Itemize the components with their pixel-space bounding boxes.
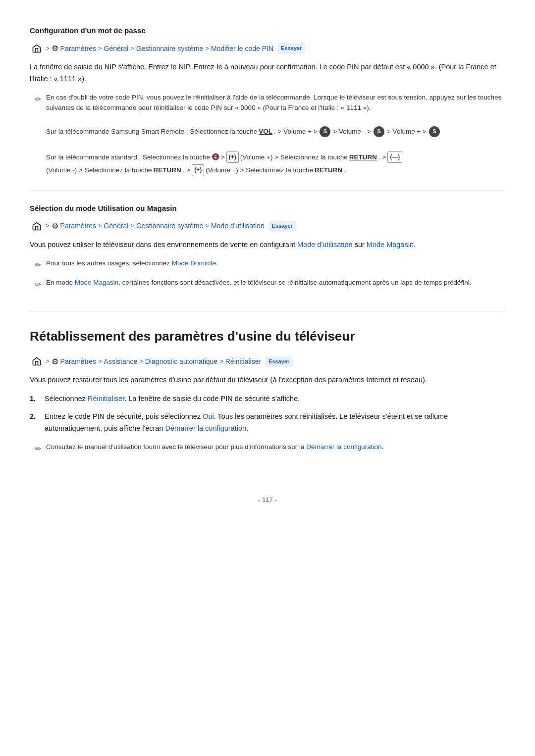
essayer-badge-mode[interactable]: Essayer [268,221,296,232]
note-text-mode-2: En mode Mode Magasin, certaines fonction… [46,277,472,288]
step-text-2: Entrez le code PIN de sécurité, puis sél… [45,411,505,435]
step-number-2: 2. [30,411,40,423]
breadcrumb-mode-item-3[interactable]: Gestionnaire système [136,220,203,231]
pencil-icon-reset: ✏ [35,443,41,455]
breadcrumb-separator-m2: > [130,221,134,231]
breadcrumb-mode-item-1[interactable]: Paramètres [60,220,96,231]
page-number: - 117 - [258,496,277,504]
link-demarrer-config-1[interactable]: Démarrer la configuration [165,424,247,432]
link-oui[interactable]: Oui [203,412,214,420]
breadcrumb-mode-item-4[interactable]: Mode d'utilisation [211,220,265,231]
breadcrumb-item-2[interactable]: Général [104,43,129,54]
section-config-pin: Configuration d'un mot de passe > ⚙ Para… [30,25,505,178]
breadcrumb-separator-1: > [98,44,102,54]
breadcrumb-reset-item-4[interactable]: Réinitialiser [225,356,261,367]
circle-icon-3: S [429,126,440,137]
section-title-mode: Sélection du mode Utilisation ou Magasin [30,202,505,214]
note-block-config: ✏ En cas d'oubli de votre code PIN, vous… [30,92,505,178]
breadcrumb-reset-item-2[interactable]: Assistance [104,356,138,367]
link-mode-utilisation[interactable]: Mode d'utilisation [297,241,353,249]
circle-icon-2: S [374,126,384,137]
return-key-2: RETURN [154,165,181,176]
return-key-1: RETURN [349,152,377,163]
big-section-title: Rétablissement des paramètres d'usine du… [30,311,505,347]
step-text-1: Sélectionnez Réinitialiser. La fenêtre d… [45,393,300,405]
breadcrumb-separator-m0: > [46,221,50,231]
breadcrumb-separator-3: > [205,44,209,54]
essayer-badge-config[interactable]: Essayer [277,43,305,54]
note-text-config: En cas d'oubli de votre code PIN, vous p… [46,92,505,178]
breadcrumb-item-4[interactable]: Modifier le code PIN [211,43,273,54]
home-icon-2 [30,219,44,233]
breadcrumb-mode-item-2[interactable]: Général [104,220,129,231]
breadcrumb-separator-2: > [130,44,134,54]
breadcrumb-item-3[interactable]: Gestionnaire système [136,43,203,54]
breadcrumb-separator-r1: > [98,356,102,367]
breadcrumb-separator-r3: > [219,356,223,367]
link-mode-domicile[interactable]: Mode Domicile [172,259,216,267]
breadcrumb-gear-icon-2: ⚙ [52,220,58,233]
breadcrumb-gear-icon-3: ⚙ [52,355,58,368]
body-text-reset: Vous pouvez restaurer tous les paramètre… [30,374,505,386]
link-mode-magasin-note[interactable]: Mode Magasin [75,279,119,286]
breadcrumb-reset: > ⚙ Paramètres > Assistance > Diagnostic… [30,354,505,368]
breadcrumb-mode: > ⚙ Paramètres > Général > Gestionnaire … [30,219,505,233]
vol-key: VOL [259,126,272,137]
breadcrumb-separator-m1: > [98,221,102,231]
link-demarrer-config-2[interactable]: Démarrer la configuration [306,443,381,451]
step-number-1: 1. [30,393,40,405]
note-text-reset: Consultez le manuel d'utilisation fourni… [46,442,383,453]
section-reset-factory: Rétablissement des paramètres d'usine du… [30,311,505,455]
breadcrumb-separator-m3: > [205,221,209,231]
return-key-3: RETURN [315,165,342,176]
pencil-icon-config: ✏ [35,93,41,106]
home-icon-3 [30,354,44,368]
link-reinitialiser[interactable]: Réinitialiser [88,395,124,403]
breadcrumb-item-1[interactable]: Paramètres [60,43,96,54]
breadcrumb-separator-0: > [46,44,50,54]
note-block-reset: ✏ Consultez le manuel d'utilisation four… [30,442,505,455]
page-footer: - 117 - [30,485,505,505]
breadcrumb-separator-r2: > [139,356,143,367]
home-icon [30,42,44,55]
link-mode-magasin[interactable]: Mode Magasin [367,241,414,249]
breadcrumb-reset-item-3[interactable]: Diagnostic automatique [145,356,217,367]
section-title-config: Configuration d'un mot de passe [30,25,505,37]
pencil-icon-mode-2: ✏ [35,278,41,291]
breadcrumb-config: > ⚙ Paramètres > Général > Gestionnaire … [30,42,505,55]
body-text-mode: Vous pouvez utiliser le téléviseur dans … [30,239,505,251]
breadcrumb-gear-icon: ⚙ [52,42,58,55]
circle-icon-1: S [320,126,330,137]
pencil-icon-mode-1: ✏ [35,259,41,272]
breadcrumb-reset-item-1[interactable]: Paramètres [60,356,96,367]
reset-step-1: 1. Sélectionnez Réinitialiser. La fenêtr… [30,393,505,405]
divider-1 [30,190,505,191]
section-mode-selection: Sélection du mode Utilisation ou Magasin… [30,202,505,291]
breadcrumb-separator-r0: > [46,356,50,367]
note-block-mode-2: ✏ En mode Mode Magasin, certaines foncti… [30,277,505,291]
note-block-mode-1: ✏ Pour tous les autres usages, sélection… [30,258,505,272]
reset-steps-list: 1. Sélectionnez Réinitialiser. La fenêtr… [30,393,505,435]
nav-standard: Sur la télécommande standard : Sélection… [46,151,505,176]
reset-step-2: 2. Entrez le code PIN de sécurité, puis … [30,411,505,435]
nav-samsung: Sur la télécommande Samsung Smart Remote… [46,126,505,137]
essayer-badge-reset[interactable]: Essayer [265,356,293,367]
body-text-config: La fenêtre de saisie du NIP s'affiche. E… [30,61,505,85]
note-text-mode-1: Pour tous les autres usages, sélectionne… [46,258,218,269]
